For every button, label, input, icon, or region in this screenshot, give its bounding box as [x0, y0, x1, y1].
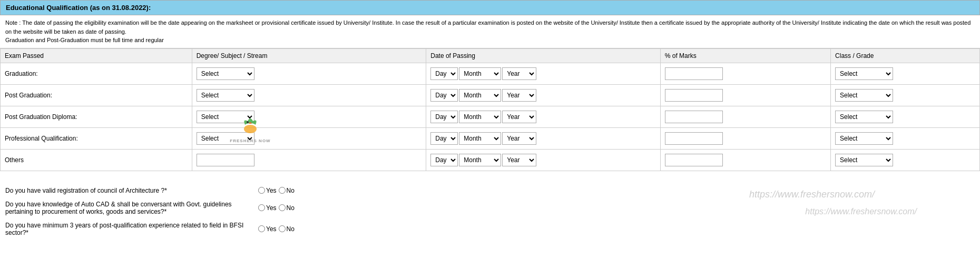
radio-no-2[interactable] [279, 204, 286, 211]
table-row: Professional Qualification: Select Day M… [1, 127, 980, 149]
year-select-others[interactable]: Year [502, 154, 536, 166]
degree-cell-others [192, 149, 426, 171]
marks-cell-pgdiploma [660, 106, 830, 127]
watermark-text: https://www.freshersnow.com/ [749, 189, 875, 200]
radio-no-3[interactable] [279, 225, 286, 232]
marks-cell-graduation [660, 63, 830, 84]
radio-group-1: Yes No [258, 187, 295, 194]
radio-yes-3-label[interactable]: Yes [258, 225, 277, 233]
marks-input-graduation[interactable] [665, 67, 723, 80]
day-select-others[interactable]: Day [430, 154, 458, 166]
class-cell-others: Select [831, 149, 980, 171]
degree-select-postgrad[interactable]: Select [197, 89, 254, 102]
class-select-pgdiploma[interactable]: Select [835, 111, 893, 123]
question-2-text: Do you have knowledge of Auto CAD & shal… [5, 201, 248, 215]
day-select-graduation[interactable]: Day [430, 67, 458, 80]
day-select-pgdiploma[interactable]: Day [430, 111, 458, 123]
radio-no-2-label[interactable]: No [279, 204, 295, 212]
radio-no-1[interactable] [279, 187, 286, 194]
date-cell-graduation: Day Month Year [426, 63, 661, 84]
degree-select-pgdiploma[interactable]: Select [197, 111, 254, 123]
exam-passed-graduation: Graduation: [1, 63, 192, 84]
marks-cell-others [660, 149, 830, 171]
class-select-graduation[interactable]: Select [835, 67, 893, 80]
year-select-postgrad[interactable]: Year [502, 89, 536, 102]
exam-passed-postgrad: Post Graduation: [1, 84, 192, 106]
col-header-marks: % of Marks [660, 48, 830, 63]
qualification-table: Exam Passed Degree/ Subject / Stream Dat… [0, 48, 980, 171]
day-select-postgrad[interactable]: Day [430, 89, 458, 102]
degree-input-others[interactable] [197, 154, 254, 166]
bottom-section: https://www.freshersnow.com/ Do you have… [0, 178, 980, 245]
degree-cell-graduation: Select [192, 63, 426, 84]
marks-input-pgdiploma[interactable] [665, 111, 723, 123]
table-row: Graduation: Select Day Month Year [1, 63, 980, 84]
class-cell-pgdiploma: Select [831, 106, 980, 127]
month-select-profqual[interactable]: Month [459, 132, 501, 145]
radio-yes-3[interactable] [258, 225, 265, 232]
marks-input-others[interactable] [665, 154, 723, 166]
table-row: Others Day Month Year [1, 149, 980, 171]
watermark-url: https://www.freshersnow.com/ [805, 207, 917, 216]
degree-cell-profqual: Select [192, 127, 426, 149]
date-cell-pgdiploma: Day Month Year [426, 106, 661, 127]
radio-group-2: Yes No [258, 204, 295, 212]
marks-cell-profqual [660, 127, 830, 149]
marks-input-postgrad[interactable] [665, 89, 723, 102]
class-cell-postgrad: Select [831, 84, 980, 106]
radio-no-3-label[interactable]: No [279, 225, 295, 233]
class-select-others[interactable]: Select [835, 154, 893, 166]
question-1-text: Do you have valid registration of counci… [5, 187, 248, 194]
class-select-profqual[interactable]: Select [835, 132, 893, 145]
col-header-date: Date of Passing [426, 48, 661, 63]
table-row: Post Graduation: Select Day Month Year [1, 84, 980, 106]
month-select-pgdiploma[interactable]: Month [459, 111, 501, 123]
col-header-exam: Exam Passed [1, 48, 192, 63]
exam-passed-profqual: Professional Qualification: [1, 127, 192, 149]
year-select-profqual[interactable]: Year [502, 132, 536, 145]
section-header: Educational Qualification (as on 31.08.2… [0, 0, 980, 15]
date-cell-profqual: Day Month Year [426, 127, 661, 149]
radio-yes-1[interactable] [258, 187, 265, 194]
exam-passed-pgdiploma: Post Graduation Diploma: [1, 106, 192, 127]
month-select-postgrad[interactable]: Month [459, 89, 501, 102]
degree-cell-postgrad: Select [192, 84, 426, 106]
year-select-pgdiploma[interactable]: Year [502, 111, 536, 123]
question-3-text: Do you have minimum 3 years of post-qual… [5, 222, 248, 236]
marks-cell-postgrad [660, 84, 830, 106]
exam-passed-others: Others [1, 149, 192, 171]
radio-yes-2-label[interactable]: Yes [258, 204, 277, 212]
day-select-profqual[interactable]: Day [430, 132, 458, 145]
date-cell-others: Day Month Year [426, 149, 661, 171]
date-cell-postgrad: Day Month Year [426, 84, 661, 106]
month-select-others[interactable]: Month [459, 154, 501, 166]
radio-yes-1-label[interactable]: Yes [258, 187, 277, 194]
radio-no-1-label[interactable]: No [279, 187, 295, 194]
question-row-3: Do you have minimum 3 years of post-qual… [5, 219, 975, 240]
class-cell-graduation: Select [831, 63, 980, 84]
table-row: Post Graduation Diploma: Select Day Mont… [1, 106, 980, 127]
note-area: Note : The date of passing the eligibili… [0, 15, 980, 48]
radio-yes-2[interactable] [258, 204, 265, 211]
marks-input-profqual[interactable] [665, 132, 723, 145]
col-header-degree: Degree/ Subject / Stream [192, 48, 426, 63]
year-select-graduation[interactable]: Year [502, 67, 536, 80]
degree-select-graduation[interactable]: Select [197, 67, 254, 80]
col-header-class: Class / Grade [831, 48, 980, 63]
month-select-graduation[interactable]: Month [459, 67, 501, 80]
radio-group-3: Yes No [258, 225, 295, 233]
degree-select-profqual[interactable]: Select [197, 132, 254, 145]
degree-cell-pgdiploma: Select [192, 106, 426, 127]
class-cell-profqual: Select [831, 127, 980, 149]
class-select-postgrad[interactable]: Select [835, 89, 893, 102]
